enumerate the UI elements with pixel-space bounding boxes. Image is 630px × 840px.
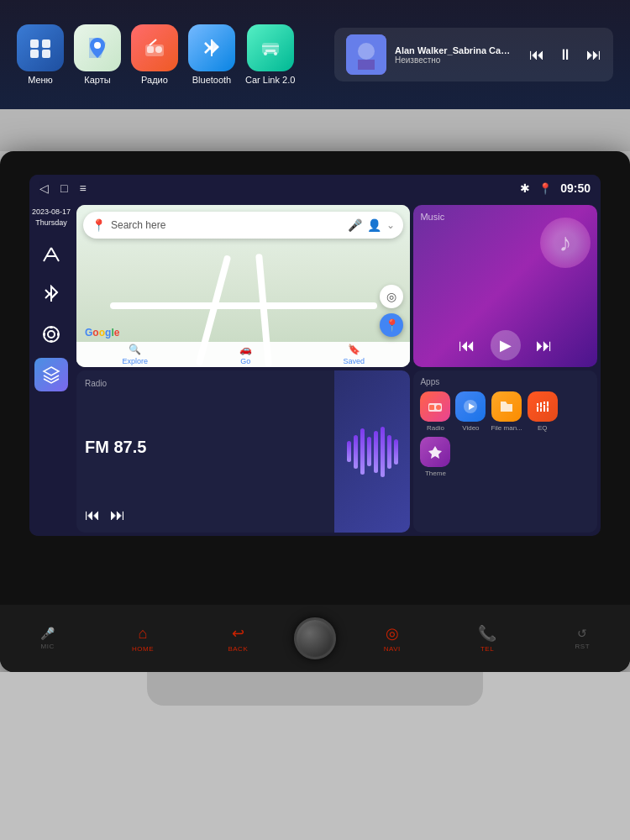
navi-icon: ◎: [386, 624, 399, 643]
svg-rect-1: [42, 39, 50, 48]
bluetooth-sidebar-icon[interactable]: [34, 277, 68, 311]
app-radio-label: Радио: [141, 75, 168, 85]
music-next-button[interactable]: ⏭: [536, 336, 553, 355]
maps-icon: [74, 24, 121, 71]
back-button[interactable]: ↩ BACK: [191, 624, 286, 653]
music-controls: ⏮ ⏸ ⏭: [529, 46, 601, 64]
app-theme-item[interactable]: Theme: [420, 437, 450, 477]
eq-app-icon: [528, 391, 558, 422]
back-label: BACK: [228, 645, 248, 653]
app-radio[interactable]: Радио: [131, 24, 178, 85]
radio-frequency: FM 87.5: [85, 438, 326, 457]
svg-rect-16: [358, 60, 375, 70]
left-sidebar: 2023-08-17 Thursday: [29, 202, 73, 536]
home-icon: ⌂: [139, 625, 148, 643]
maps-search-bar[interactable]: 📍 Search here 🎤 👤 ⌄: [83, 212, 403, 239]
app-eq-item[interactable]: EQ: [528, 391, 558, 432]
theme-app-label: Theme: [425, 470, 446, 477]
radio-widget[interactable]: Radio FM 87.5 ⏮ ⏭: [76, 370, 410, 533]
radio-prev-button[interactable]: ⏮: [85, 507, 100, 524]
music-disc: ♪: [540, 218, 591, 268]
radio-next-button[interactable]: ⏭: [110, 507, 125, 524]
svg-line-18: [51, 248, 59, 261]
tel-button[interactable]: 📞 TEL: [439, 624, 534, 653]
bottom-shelf: [147, 672, 483, 706]
music-widget[interactable]: Music ♪ ⏮ ▶ ⏭: [413, 205, 597, 367]
wave-bar-2: [354, 435, 358, 469]
wave-bar-6: [381, 427, 385, 477]
device-bottom-controls: 🎤 MIC ⌂ HOME ↩ BACK ◎ NAVI 📞 TEL ↺ RST: [0, 605, 630, 672]
prev-button[interactable]: ⏮: [529, 46, 544, 64]
maps-pin-icon: 📍: [92, 218, 106, 232]
music-thumbnail: [346, 34, 386, 75]
svg-line-17: [44, 248, 51, 261]
settings-icon[interactable]: [34, 318, 68, 351]
status-right: ✱ 📍 09:50: [520, 181, 591, 195]
back-nav-button[interactable]: ◁: [39, 181, 49, 195]
rst-icon: ↺: [577, 627, 587, 640]
app-menu[interactable]: Меню: [17, 24, 64, 85]
wave-bar-1: [347, 441, 351, 462]
music-play-button[interactable]: ▶: [491, 330, 521, 360]
app-bluetooth[interactable]: Bluetooth: [188, 24, 235, 85]
maps-widget[interactable]: Google 🔍 Explore 🚗 Go: [76, 205, 410, 367]
screen-content: 2023-08-17 Thursday: [29, 202, 601, 536]
radio-info: Radio FM 87.5 ⏮ ⏭: [76, 370, 334, 533]
volume-knob[interactable]: [294, 617, 336, 659]
app-file-item[interactable]: File man...: [491, 391, 522, 432]
svg-rect-28: [429, 405, 434, 410]
map-road-3: [110, 302, 377, 309]
rst-button[interactable]: ↺ RST: [535, 627, 630, 650]
bottom-area: [0, 672, 630, 840]
home-label: HOME: [132, 645, 154, 653]
radio-app-label: Radio: [427, 424, 444, 432]
maps-account-icon[interactable]: 👤: [367, 218, 381, 232]
next-button[interactable]: ⏭: [586, 46, 601, 64]
send-icon[interactable]: [34, 237, 68, 270]
mic-button[interactable]: 🎤 MIC: [0, 627, 95, 650]
navi-button[interactable]: ◎ NAVI: [344, 624, 439, 653]
radio-app-icon: [420, 391, 450, 422]
top-device: Меню Карты Радио: [0, 0, 630, 109]
explore-label: Explore: [122, 357, 148, 365]
radio-label: Radio: [85, 379, 326, 388]
maps-mic-icon[interactable]: 🎤: [348, 218, 362, 232]
wave-bar-8: [394, 439, 398, 465]
svg-rect-10: [262, 43, 279, 54]
back-icon: ↩: [232, 624, 244, 643]
svg-point-5: [94, 42, 101, 49]
apps-grid: Radio Video: [420, 391, 591, 477]
music-subtitle: Неизвестно: [395, 55, 512, 65]
music-info: Alan Walker_Sabrina Carpenter_... Неизве…: [395, 45, 512, 65]
tel-icon: 📞: [478, 624, 496, 643]
saved-tab[interactable]: 🔖 Saved: [343, 344, 365, 365]
svg-point-21: [44, 327, 59, 342]
radio-waveform: [334, 370, 410, 533]
explore-tab[interactable]: 🔍 Explore: [122, 344, 148, 365]
music-prev-button[interactable]: ⏮: [459, 336, 475, 355]
go-tab[interactable]: 🚗 Go: [239, 344, 252, 365]
home-button[interactable]: ⌂ HOME: [95, 625, 190, 653]
svg-rect-11: [265, 50, 276, 52]
svg-rect-0: [30, 39, 39, 48]
app-carlink[interactable]: Car Link 2.0: [245, 24, 295, 85]
svg-point-29: [436, 405, 441, 410]
carlink-icon: [247, 24, 294, 71]
app-video-item[interactable]: Video: [455, 391, 486, 432]
svg-point-12: [264, 52, 267, 55]
wave-bar-4: [367, 437, 371, 466]
app-maps[interactable]: Карты: [74, 24, 121, 85]
pause-button[interactable]: ⏸: [558, 46, 573, 64]
file-app-label: File man...: [491, 424, 522, 432]
video-app-label: Video: [462, 424, 479, 432]
app-radio-item[interactable]: Radio: [420, 391, 450, 432]
layers-icon[interactable]: [34, 358, 68, 391]
home-nav-button[interactable]: □: [60, 181, 67, 195]
menu-icon: [17, 24, 64, 71]
top-music-area: Alan Walker_Sabrina Carpenter_... Неизве…: [334, 28, 613, 81]
file-app-icon: [491, 391, 522, 422]
maps-chevron-icon[interactable]: ⌄: [386, 219, 395, 231]
menu-nav-button[interactable]: ≡: [79, 181, 86, 195]
device-gap: [0, 109, 630, 151]
mic-label: MIC: [41, 643, 55, 650]
